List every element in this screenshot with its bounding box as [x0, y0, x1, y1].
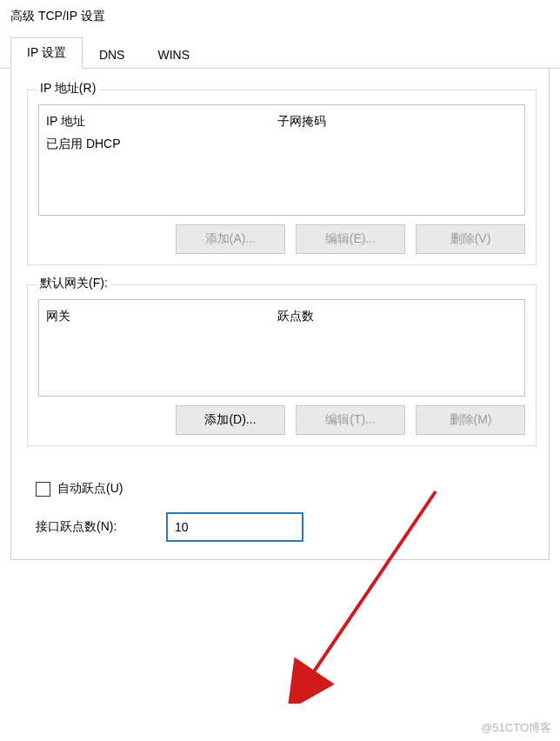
- ip-col-mask: 子网掩码: [277, 114, 517, 130]
- ip-remove-button[interactable]: 删除(V): [416, 224, 525, 254]
- gateway-group: 默认网关(F): 网关 跃点数 添加(D)... 编辑(T)... 删除(M): [27, 284, 537, 446]
- interface-metric-row: 接口跃点数(N):: [36, 512, 542, 542]
- gw-add-button[interactable]: 添加(D)...: [176, 405, 285, 435]
- ip-addresses-group: IP 地址(R) IP 地址 子网掩码 已启用 DHCP 添加(A)... 编辑…: [27, 90, 537, 265]
- ip-addresses-legend: IP 地址(R): [37, 81, 99, 97]
- tab-strip: IP 设置 DNS WINS: [0, 37, 560, 69]
- ip-addresses-list[interactable]: IP 地址 子网掩码 已启用 DHCP: [38, 104, 525, 216]
- gw-list-header: 网关 跃点数: [39, 300, 524, 328]
- gw-button-row: 添加(D)... 编辑(T)... 删除(M): [38, 405, 525, 435]
- auto-metric-label: 自动跃点(U): [57, 481, 123, 497]
- watermark-text: @51CTO博客: [481, 720, 551, 736]
- ip-add-button[interactable]: 添加(A)...: [176, 224, 285, 254]
- interface-metric-input[interactable]: [166, 512, 303, 542]
- auto-metric-row: 自动跃点(U): [36, 481, 542, 497]
- gw-col-gateway: 网关: [46, 309, 277, 324]
- gateway-legend: 默认网关(F):: [37, 276, 111, 291]
- tab-panel-ip: IP 地址(R) IP 地址 子网掩码 已启用 DHCP 添加(A)... 编辑…: [10, 69, 550, 560]
- tab-ip-settings[interactable]: IP 设置: [10, 37, 83, 69]
- ip-list-header: IP 地址 子网掩码: [39, 105, 524, 133]
- tab-wins[interactable]: WINS: [141, 40, 206, 69]
- auto-metric-checkbox[interactable]: [36, 482, 50, 497]
- window-title: 高级 TCP/IP 设置: [0, 0, 560, 37]
- gw-remove-button[interactable]: 删除(M): [416, 405, 525, 435]
- ip-row-dhcp: 已启用 DHCP: [39, 133, 524, 156]
- gateway-list[interactable]: 网关 跃点数: [38, 299, 525, 397]
- gw-col-metric: 跃点数: [277, 309, 517, 324]
- tab-dns[interactable]: DNS: [83, 40, 142, 69]
- gw-edit-button[interactable]: 编辑(T)...: [296, 405, 405, 435]
- ip-edit-button[interactable]: 编辑(E)...: [296, 224, 405, 254]
- interface-metric-label: 接口跃点数(N):: [36, 519, 166, 535]
- ip-button-row: 添加(A)... 编辑(E)... 删除(V): [38, 224, 525, 254]
- ip-col-ip: IP 地址: [46, 114, 277, 130]
